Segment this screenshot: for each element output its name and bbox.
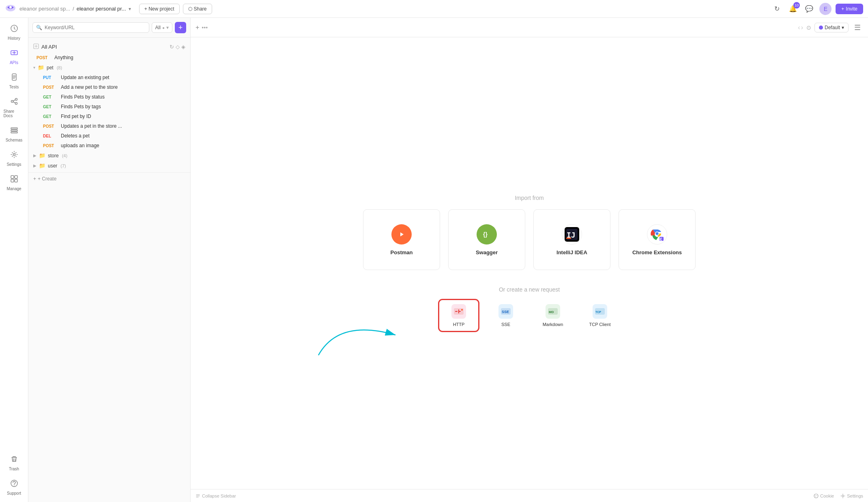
new-request-cards: HTTP SSE SSE (438, 299, 620, 332)
breadcrumb-chevron[interactable]: ▾ (129, 6, 131, 12)
tree-item-get-status[interactable]: GET Finds Pets by status (28, 92, 190, 102)
default-env-button[interactable]: Default ▾ (814, 23, 849, 32)
notification-button[interactable]: 🔔 10 (787, 3, 799, 15)
collapse-sidebar-label: Collapse Sidebar (202, 493, 236, 498)
svg-point-6 (11, 101, 13, 103)
add-endpoint-icon[interactable]: ◇ (176, 44, 180, 50)
create-row[interactable]: + + Create (28, 172, 190, 185)
import-section: Import from Postman (347, 195, 712, 270)
folder-pet[interactable]: ▾ 📁 pet (8) (28, 62, 190, 73)
more-menu-button[interactable]: ☰ (852, 21, 863, 34)
sidebar-item-manage[interactable]: Manage (2, 172, 26, 194)
more-icon[interactable]: ◈ (181, 44, 185, 50)
folder-user[interactable]: ▶ 📁 user (7) (28, 161, 190, 171)
nav-back-button[interactable]: ‹ (798, 24, 800, 31)
method-badge-del: DEL (43, 134, 58, 138)
method-badge-get: GET (43, 105, 58, 109)
sidebar-schemas-label: Schemas (6, 138, 23, 142)
tree-item-del-pet[interactable]: DEL Deletes a pet (28, 131, 190, 141)
new-request-card-http[interactable]: HTTP (438, 299, 479, 332)
svg-text:SSE: SSE (502, 310, 509, 314)
workspace-label[interactable]: eleanor personal sp... (19, 6, 70, 12)
search-icon: 🔍 (36, 25, 42, 30)
filter-label: All (155, 25, 161, 30)
tree-item-post-image[interactable]: POST uploads an image (28, 141, 190, 150)
tree-item-get-tags[interactable]: GET Finds Pets by tags (28, 102, 190, 112)
chat-button[interactable]: 💬 (803, 3, 815, 15)
avatar[interactable]: E (819, 3, 831, 15)
refresh-icon[interactable]: ↻ (170, 44, 174, 50)
new-request-wrapper: Or create a new request HTTP (387, 286, 671, 332)
http-label: HTTP (453, 322, 465, 327)
tree-item-post-update[interactable]: POST Updates a pet in the store ... (28, 121, 190, 131)
sidebar-item-trash[interactable]: Trash (2, 452, 26, 474)
svg-rect-9 (11, 130, 17, 131)
content-main: Import from Postman (191, 37, 868, 489)
collapse-sidebar-button[interactable]: Collapse Sidebar (196, 493, 236, 498)
sidebar-item-tests[interactable]: Tests (2, 70, 26, 92)
topbar-actions: + New project ⬡ Share (139, 4, 212, 14)
svg-point-41 (815, 496, 816, 497)
new-request-card-tcp[interactable]: TCP TCP Client (580, 299, 620, 332)
nav-forward-button[interactable]: › (801, 24, 803, 31)
filter-chevron-icon: ● (162, 26, 165, 30)
import-card-swagger[interactable]: {} Swagger (448, 209, 525, 270)
refresh-button[interactable]: ↻ (771, 3, 783, 15)
svg-point-11 (13, 154, 15, 156)
svg-point-39 (815, 495, 816, 496)
sidebar-item-support[interactable]: Support (2, 476, 26, 499)
cookie-button[interactable]: Cookie (814, 493, 834, 498)
svg-rect-15 (15, 179, 17, 182)
env-chevron-icon: ▾ (842, 25, 844, 30)
content-area: + ••• ‹ › ⊙ Default ▾ ☰ Impor (191, 18, 868, 502)
sidebar: History APIs Tests Share Docs Schemas (0, 18, 28, 502)
swagger-label: Swagger (476, 249, 498, 255)
sidebar-item-settings[interactable]: Settings (2, 147, 26, 170)
api-panel: 🔍 All ● ▾ + All API ↻ ◇ ◈ (28, 18, 191, 502)
intellij-label: IntelliJ IDEA (556, 249, 587, 255)
svg-point-27 (656, 232, 659, 235)
chevron-right-icon: ▶ (33, 163, 37, 168)
search-box[interactable]: 🔍 (32, 22, 149, 33)
import-card-intellij[interactable]: IJ IntelliJ IDEA (533, 209, 610, 270)
tree-item-get-id[interactable]: GET Find pet by ID (28, 112, 190, 121)
import-card-postman[interactable]: Postman (363, 209, 440, 270)
tree-item-anything[interactable]: POST Anything (28, 53, 190, 62)
svg-point-7 (15, 103, 17, 105)
search-input[interactable] (45, 25, 146, 30)
content-toolbar: + ••• ‹ › ⊙ Default ▾ ☰ (191, 18, 868, 37)
add-tab-button[interactable]: + (196, 24, 199, 31)
new-project-button[interactable]: + New project (139, 4, 180, 14)
sidebar-settings-label: Settings (6, 162, 21, 167)
bottom-bar-right: Cookie Settings (814, 493, 863, 498)
sidebar-item-apis[interactable]: APIs (2, 45, 26, 68)
sse-icon: SSE (498, 304, 513, 319)
settings-link[interactable]: Settings (840, 493, 863, 498)
project-label[interactable]: eleanor personal pr... (77, 6, 126, 12)
filter-dropdown[interactable]: All ● ▾ (152, 22, 172, 33)
item-label: Deletes a pet (61, 133, 90, 139)
tree-item-post-pet[interactable]: POST Add a new pet to the store (28, 82, 190, 92)
svg-text:TCP: TCP (595, 311, 601, 313)
new-request-card-markdown[interactable]: MD Markdown (533, 299, 573, 332)
tree-item-put-pet[interactable]: PUT Update an existing pet (28, 73, 190, 82)
item-label: Finds Pets by tags (61, 104, 101, 109)
invite-button[interactable]: + Invite (836, 4, 863, 14)
more-tabs-button[interactable]: ••• (202, 24, 208, 31)
invite-label: Invite (846, 6, 857, 12)
filter-chevron-down-icon: ▾ (166, 25, 169, 30)
main-layout: History APIs Tests Share Docs Schemas (0, 18, 868, 502)
all-api-item[interactable]: All API ↻ ◇ ◈ (28, 41, 190, 53)
all-api-icon (33, 43, 39, 50)
sidebar-item-share-docs[interactable]: Share Docs (2, 94, 26, 121)
folder-store[interactable]: ▶ 📁 store (4) (28, 150, 190, 161)
svg-point-1 (9, 6, 12, 9)
new-request-card-sse[interactable]: SSE SSE (486, 299, 526, 332)
share-button[interactable]: ⬡ Share (183, 4, 212, 14)
import-card-chrome[interactable]: Chrome Extensions (619, 209, 696, 270)
sidebar-item-schemas[interactable]: Schemas (2, 123, 26, 146)
environment-icon[interactable]: ⊙ (806, 24, 811, 31)
add-button[interactable]: + (175, 22, 186, 33)
sidebar-item-history[interactable]: History (2, 21, 26, 44)
topbar: eleanor personal sp... / eleanor persona… (0, 0, 868, 18)
